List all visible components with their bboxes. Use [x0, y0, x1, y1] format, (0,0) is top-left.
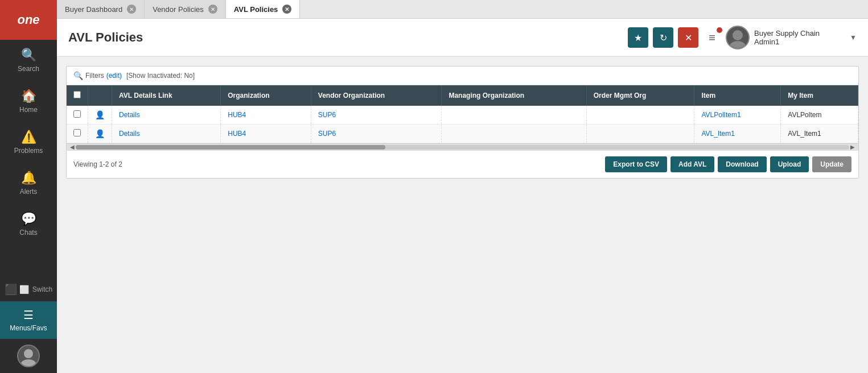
- vendor-org-link-0[interactable]: SUP6: [318, 111, 336, 119]
- star-icon: ★: [634, 32, 642, 43]
- hamburger-icon: ≡: [709, 31, 715, 44]
- filter-show-inactivated: [Show Inactivated: No]: [126, 72, 195, 80]
- export-csv-button[interactable]: Export to CSV: [605, 156, 667, 172]
- content-area: 🔍 Filters (edit) [Show Inactivated: No]: [57, 57, 868, 373]
- close-icon: ✕: [685, 32, 692, 43]
- row-item-cell: AVLPolItem1: [694, 106, 781, 125]
- item-link-0[interactable]: AVLPolItem1: [701, 111, 741, 119]
- tab-close-vendor-policies[interactable]: ✕: [208, 5, 217, 14]
- bell-icon: 🔔: [21, 171, 36, 185]
- col-vendor-organization: Vendor Organization: [311, 85, 442, 106]
- app-logo[interactable]: one: [0, 0, 57, 40]
- sidebar-item-search[interactable]: 🔍 Search: [0, 40, 57, 81]
- row-my-item-cell: AVLPoltem: [781, 106, 858, 125]
- filter-edit-link[interactable]: (edit): [106, 72, 122, 80]
- sidebar-item-switch[interactable]: ⬛ ⬜ Switch: [0, 277, 57, 301]
- col-avl-details-link: AVL Details Link: [112, 85, 221, 106]
- row-checkbox-0[interactable]: [73, 110, 81, 118]
- sidebar-label-menus: Menus/Favs: [10, 324, 47, 332]
- sidebar-label-search: Search: [18, 65, 39, 73]
- col-my-item: My Item: [781, 85, 858, 106]
- home-icon: 🏠: [21, 89, 36, 103]
- svg-point-3: [730, 41, 746, 48]
- col-item: Item: [694, 85, 781, 106]
- organization-link-1[interactable]: HUB4: [228, 130, 246, 138]
- logo-text: one: [17, 13, 39, 27]
- sidebar-item-chats[interactable]: 💬 Chats: [0, 204, 57, 244]
- scroll-left-arrow[interactable]: ◀: [69, 144, 76, 150]
- select-all-checkbox[interactable]: [73, 91, 81, 98]
- refresh-icon: ↻: [660, 32, 667, 43]
- row-details-cell: Details: [112, 125, 221, 143]
- sidebar-item-home[interactable]: 🏠 Home: [0, 81, 57, 122]
- sidebar-label-home: Home: [19, 106, 38, 114]
- row-details-cell: Details: [112, 106, 221, 125]
- add-avl-button[interactable]: Add AVL: [670, 156, 714, 172]
- menu-icon: ☰: [23, 308, 34, 322]
- tab-label-buyer-dashboard: Buyer Dashboard: [65, 5, 122, 14]
- search-icon: 🔍: [21, 48, 36, 63]
- col-organization: Organization: [221, 85, 311, 106]
- tab-close-buyer-dashboard[interactable]: ✕: [127, 5, 136, 14]
- notification-dot: [717, 27, 722, 33]
- chat-icon: 💬: [21, 212, 36, 226]
- avl-policies-table: AVL Details Link Organization Vendor Org…: [67, 85, 858, 143]
- viewing-count: Viewing 1-2 of 2: [73, 160, 122, 168]
- header-bar: AVL Policies ★ ↻ ✕ ≡ Buyer Supply Chai: [57, 19, 868, 57]
- details-link-0[interactable]: Details: [119, 111, 140, 119]
- horizontal-scrollbar[interactable]: ◀ ▶: [67, 143, 858, 150]
- user-name: Buyer Supply Chain Admin1: [754, 29, 845, 46]
- sidebar-item-menus-favs[interactable]: ☰ Menus/Favs: [0, 301, 57, 339]
- star-button[interactable]: ★: [628, 27, 648, 48]
- col-row-icon: [88, 85, 112, 106]
- filter-icon: 🔍: [73, 71, 83, 80]
- page-title: AVL Policies: [68, 30, 628, 45]
- tab-avl-policies[interactable]: AVL Policies ✕: [226, 0, 301, 18]
- user-avatar[interactable]: [726, 26, 750, 49]
- vendor-org-link-1[interactable]: SUP6: [318, 130, 336, 138]
- row-my-item-cell: AVL_Item1: [781, 125, 858, 143]
- item-link-1[interactable]: AVL_Item1: [701, 130, 734, 138]
- tab-buyer-dashboard[interactable]: Buyer Dashboard ✕: [57, 0, 145, 18]
- sidebar-item-problems[interactable]: ⚠️ Problems: [0, 122, 57, 163]
- menu-button[interactable]: ≡: [703, 28, 721, 47]
- sidebar-label-chats: Chats: [19, 229, 37, 237]
- col-checkbox: [67, 85, 88, 106]
- filter-label: Filters: [85, 72, 104, 80]
- user-avatar-small: [17, 345, 40, 367]
- row-icon-cell: 👤: [88, 125, 112, 143]
- user-dropdown-arrow[interactable]: ▼: [850, 34, 857, 42]
- organization-link-0[interactable]: HUB4: [228, 111, 246, 119]
- row-managing-org-cell: [442, 106, 586, 125]
- upload-button[interactable]: Upload: [770, 156, 809, 172]
- row-managing-org-cell: [442, 125, 586, 143]
- scrollbar-thumb[interactable]: [76, 145, 385, 150]
- row-icon-cell: 👤: [88, 106, 112, 125]
- footer-bar: Viewing 1-2 of 2 Export to CSV Add AVL D…: [67, 150, 858, 178]
- scrollbar-track[interactable]: [76, 145, 849, 150]
- details-link-1[interactable]: Details: [119, 130, 140, 138]
- col-managing-organization: Managing Organization: [442, 85, 586, 106]
- row-checkbox-1[interactable]: [73, 129, 81, 136]
- table-body: 👤 Details HUB4 SUP6 AVLPolItem1 AVLPolte…: [67, 106, 858, 143]
- row-vendor-org-cell: SUP6: [311, 125, 442, 143]
- tab-vendor-policies[interactable]: Vendor Policies ✕: [145, 0, 226, 18]
- table-wrapper: AVL Details Link Organization Vendor Org…: [67, 85, 858, 143]
- sidebar-avatar[interactable]: [0, 339, 57, 373]
- update-button[interactable]: Update: [812, 156, 851, 172]
- sidebar-label-alerts: Alerts: [20, 188, 38, 196]
- header-actions: ★ ↻ ✕ ≡ Buyer Supply Chain Admin1 ▼: [628, 26, 857, 49]
- row-checkbox-cell: [67, 106, 88, 125]
- close-button[interactable]: ✕: [678, 27, 698, 48]
- footer-actions: Export to CSV Add AVL Download Upload Up…: [605, 156, 851, 172]
- download-button[interactable]: Download: [718, 156, 766, 172]
- scroll-right-arrow[interactable]: ▶: [849, 144, 856, 150]
- tab-close-avl-policies[interactable]: ✕: [282, 5, 291, 14]
- sidebar-item-alerts[interactable]: 🔔 Alerts: [0, 163, 57, 204]
- refresh-button[interactable]: ↻: [653, 27, 673, 48]
- main-content: Buyer Dashboard ✕ Vendor Policies ✕ AVL …: [57, 0, 868, 373]
- row-organization-cell: HUB4: [221, 106, 311, 125]
- sidebar-bottom: ⬛ ⬜ Switch ☰ Menus/Favs: [0, 277, 57, 373]
- svg-point-1: [21, 359, 36, 366]
- svg-point-0: [24, 349, 33, 358]
